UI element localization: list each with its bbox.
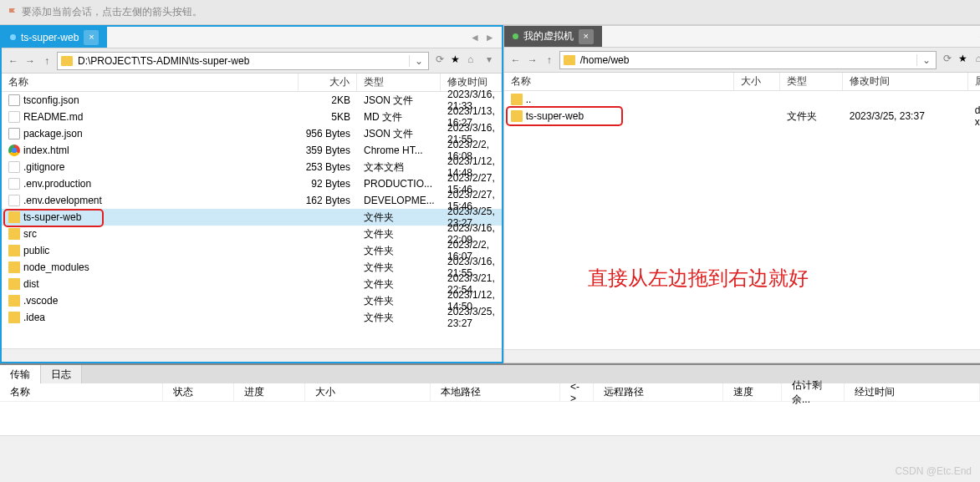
refresh-icon[interactable]: ⟳ bbox=[432, 53, 447, 68]
nav-up-icon[interactable]: ↑ bbox=[543, 54, 556, 66]
file-icon bbox=[8, 145, 20, 156]
file-row[interactable]: dist文件夹2023/3/21, 22:54 bbox=[2, 276, 502, 292]
log-columns[interactable]: 名称 状态 进度 大小 本地路径 <-> 远程路径 速度 估计剩余... 经过时… bbox=[0, 383, 980, 402]
file-row[interactable]: README.md5KBMD 文件2023/1/13, 16:27 bbox=[2, 109, 502, 125]
nav-back-icon[interactable]: ← bbox=[7, 55, 20, 67]
remote-tab[interactable]: 我的虚拟机 × bbox=[504, 26, 602, 47]
col-size[interactable]: 大小 bbox=[734, 73, 780, 90]
file-row[interactable]: package.json956 BytesJSON 文件2023/3/16, 2… bbox=[2, 125, 502, 142]
home-icon[interactable]: ⌂ bbox=[463, 53, 478, 68]
file-icon bbox=[8, 312, 20, 323]
file-icon bbox=[8, 278, 20, 290]
file-row[interactable]: ts-super-web文件夹2023/3/25, 23:37drwxr-xr-… bbox=[504, 108, 980, 124]
col-type[interactable]: 类型 bbox=[357, 74, 441, 91]
log-col-progress[interactable]: 进度 bbox=[234, 383, 305, 401]
file-size bbox=[299, 259, 357, 276]
tab-close-icon[interactable]: × bbox=[84, 30, 99, 45]
watermark: CSDN @Etc.End bbox=[895, 465, 972, 477]
file-attr: drwxr-xr-x bbox=[968, 108, 980, 124]
log-col-status[interactable]: 状态 bbox=[163, 383, 234, 401]
file-row[interactable]: .gitignore253 Bytes文本文档2023/1/12, 14:48 bbox=[2, 159, 502, 175]
file-name: .env.production bbox=[23, 178, 91, 190]
file-row[interactable]: .env.production92 BytesPRODUCTIO...2023/… bbox=[2, 175, 502, 192]
file-name: public bbox=[23, 245, 49, 256]
flag-icon bbox=[8, 8, 17, 17]
local-path-input[interactable]: D:\PROJECT\TS-ADMIN\ts-super-web ⌄ bbox=[57, 52, 429, 70]
tab-label: 我的虚拟机 bbox=[523, 29, 574, 43]
tab-prev-icon[interactable]: ◄ bbox=[470, 32, 480, 43]
log-col-elapsed[interactable]: 经过时间 bbox=[845, 383, 980, 401]
file-row[interactable]: index.html359 BytesChrome HT...2023/2/2,… bbox=[2, 142, 502, 159]
remote-file-list[interactable]: 名称 大小 类型 修改时间 属性 ..ts-super-web文件夹2023/3… bbox=[504, 73, 980, 349]
file-name: ts-super-web bbox=[526, 110, 584, 122]
local-tab-row: ts-super-web × ◄ ► bbox=[2, 27, 502, 48]
log-col-speed[interactable]: 速度 bbox=[723, 383, 782, 401]
log-col-size[interactable]: 大小 bbox=[305, 383, 431, 401]
file-icon bbox=[8, 94, 20, 106]
file-row[interactable]: node_modules文件夹2023/3/16, 21:55 bbox=[2, 259, 502, 276]
tab-dot-icon bbox=[513, 33, 518, 39]
star-icon[interactable]: ★ bbox=[451, 53, 460, 68]
home-icon[interactable]: ⌂ bbox=[971, 53, 980, 68]
log-col-name[interactable]: 名称 bbox=[0, 383, 163, 401]
file-icon bbox=[8, 295, 20, 307]
local-tab[interactable]: ts-super-web × bbox=[2, 27, 107, 48]
tab-close-icon[interactable]: × bbox=[579, 29, 594, 44]
annotation-text: 直接从左边拖到右边就好 bbox=[588, 265, 809, 292]
file-icon bbox=[8, 161, 20, 173]
col-type[interactable]: 类型 bbox=[780, 73, 843, 90]
file-name: ts-super-web bbox=[23, 211, 81, 223]
col-name[interactable]: 名称 bbox=[504, 73, 734, 90]
path-dropdown-icon[interactable]: ⌄ bbox=[916, 54, 936, 66]
nav-fwd-icon[interactable]: → bbox=[526, 54, 539, 66]
file-name: index.html bbox=[23, 145, 69, 156]
local-file-list[interactable]: 名称 大小 类型 修改时间 tsconfig.json2KBJSON 文件202… bbox=[2, 74, 502, 348]
file-row[interactable]: src文件夹2023/3/16, 22:09 bbox=[2, 226, 502, 242]
file-row[interactable]: .. bbox=[504, 91, 980, 108]
file-row[interactable]: tsconfig.json2KBJSON 文件2023/3/16, 21:33 bbox=[2, 92, 502, 109]
nav-back-icon[interactable]: ← bbox=[509, 54, 523, 66]
refresh-icon[interactable]: ⟳ bbox=[940, 53, 955, 68]
col-attr[interactable]: 属性 bbox=[968, 73, 980, 90]
log-tab-log[interactable]: 日志 bbox=[41, 365, 82, 383]
star-icon[interactable]: ★ bbox=[958, 53, 967, 68]
file-type: 文件夹 bbox=[357, 276, 441, 292]
file-row[interactable]: .idea文件夹2023/3/25, 23:27 bbox=[2, 309, 502, 326]
local-columns[interactable]: 名称 大小 类型 修改时间 bbox=[2, 74, 502, 92]
nav-up-icon[interactable]: ↑ bbox=[40, 55, 54, 67]
file-size: 2KB bbox=[299, 92, 357, 109]
remote-columns[interactable]: 名称 大小 类型 修改时间 属性 bbox=[504, 73, 980, 91]
log-col-est[interactable]: 估计剩余... bbox=[782, 383, 845, 401]
log-col-remote[interactable]: 远程路径 bbox=[594, 383, 723, 401]
scrollbar[interactable] bbox=[0, 435, 980, 449]
log-col-dir[interactable]: <-> bbox=[560, 383, 594, 401]
log-body bbox=[0, 402, 980, 435]
nav-fwd-icon[interactable]: → bbox=[23, 55, 37, 67]
file-type: 文件夹 bbox=[357, 292, 441, 309]
local-pane: ts-super-web × ◄ ► ← → ↑ D:\PROJECT\TS-A… bbox=[0, 25, 503, 363]
file-type: 文件夹 bbox=[357, 226, 441, 242]
settings-icon[interactable]: ▾ bbox=[482, 53, 497, 68]
path-dropdown-icon[interactable]: ⌄ bbox=[409, 55, 428, 67]
file-size bbox=[299, 242, 357, 259]
remote-path-input[interactable]: /home/web ⌄ bbox=[559, 51, 937, 69]
file-name: dist bbox=[23, 278, 39, 290]
scrollbar[interactable] bbox=[504, 349, 980, 363]
file-type: MD 文件 bbox=[357, 109, 441, 125]
file-size bbox=[299, 276, 357, 292]
col-size[interactable]: 大小 bbox=[299, 74, 357, 91]
file-icon bbox=[511, 110, 523, 122]
file-icon bbox=[8, 261, 20, 273]
log-col-local[interactable]: 本地路径 bbox=[431, 383, 560, 401]
folder-icon bbox=[564, 55, 575, 65]
file-row[interactable]: .env.development162 BytesDEVELOPME...202… bbox=[2, 192, 502, 209]
file-row[interactable]: public文件夹2023/2/2, 16:07 bbox=[2, 242, 502, 259]
file-row[interactable]: .vscode文件夹2023/1/12, 14:50 bbox=[2, 292, 502, 309]
log-tab-transfer[interactable]: 传输 bbox=[0, 365, 41, 383]
scrollbar[interactable] bbox=[2, 348, 502, 362]
tab-next-icon[interactable]: ► bbox=[485, 32, 495, 43]
file-row[interactable]: ts-super-web文件夹2023/3/25, 23:27 bbox=[2, 209, 502, 226]
col-date[interactable]: 修改时间 bbox=[843, 73, 968, 90]
col-name[interactable]: 名称 bbox=[2, 74, 299, 91]
file-icon bbox=[8, 178, 20, 190]
